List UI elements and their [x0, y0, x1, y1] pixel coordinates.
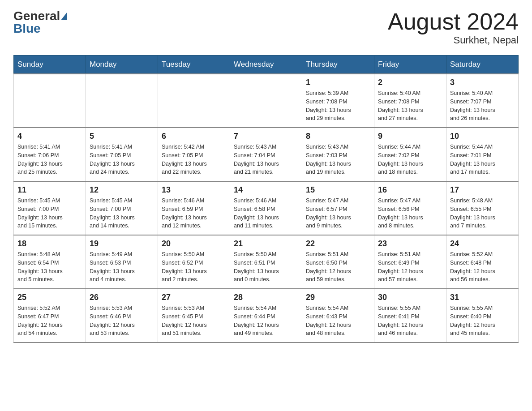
day-number: 9	[378, 132, 442, 141]
calendar-header-row: SundayMondayTuesdayWednesdayThursdayFrid…	[14, 56, 519, 74]
calendar-cell: 27Sunrise: 5:53 AM Sunset: 6:45 PM Dayli…	[158, 289, 230, 342]
day-number: 13	[162, 185, 226, 195]
calendar-week-row: 4Sunrise: 5:41 AM Sunset: 7:06 PM Daylig…	[14, 128, 519, 181]
day-info: Sunrise: 5:46 AM Sunset: 6:59 PM Dayligh…	[162, 197, 226, 230]
calendar-cell: 13Sunrise: 5:46 AM Sunset: 6:59 PM Dayli…	[158, 181, 230, 235]
day-info: Sunrise: 5:49 AM Sunset: 6:53 PM Dayligh…	[90, 250, 154, 284]
day-info: Sunrise: 5:55 AM Sunset: 6:40 PM Dayligh…	[450, 304, 515, 338]
calendar-cell: 22Sunrise: 5:51 AM Sunset: 6:50 PM Dayli…	[302, 235, 374, 289]
day-info: Sunrise: 5:54 AM Sunset: 6:44 PM Dayligh…	[234, 304, 298, 338]
day-info: Sunrise: 5:42 AM Sunset: 7:05 PM Dayligh…	[162, 143, 226, 176]
calendar-cell: 30Sunrise: 5:55 AM Sunset: 6:41 PM Dayli…	[374, 289, 446, 342]
day-info: Sunrise: 5:39 AM Sunset: 7:08 PM Dayligh…	[306, 89, 370, 123]
day-number: 10	[450, 132, 515, 141]
day-number: 6	[162, 132, 226, 141]
calendar-cell: 5Sunrise: 5:41 AM Sunset: 7:05 PM Daylig…	[86, 128, 158, 181]
calendar-week-row: 1Sunrise: 5:39 AM Sunset: 7:08 PM Daylig…	[14, 74, 519, 128]
day-number: 20	[162, 239, 226, 248]
day-number: 25	[17, 293, 82, 302]
calendar-cell: 2Sunrise: 5:40 AM Sunset: 7:08 PM Daylig…	[374, 74, 446, 128]
calendar-cell: 20Sunrise: 5:50 AM Sunset: 6:52 PM Dayli…	[158, 235, 230, 289]
day-number: 4	[17, 132, 82, 141]
day-number: 21	[234, 239, 298, 248]
calendar-cell: 17Sunrise: 5:48 AM Sunset: 6:55 PM Dayli…	[446, 181, 519, 235]
day-number: 8	[306, 132, 370, 141]
calendar-week-row: 18Sunrise: 5:48 AM Sunset: 6:54 PM Dayli…	[14, 235, 519, 289]
day-info: Sunrise: 5:53 AM Sunset: 6:46 PM Dayligh…	[90, 304, 154, 338]
day-number: 26	[90, 293, 154, 302]
day-number: 7	[234, 132, 298, 141]
calendar-cell	[230, 74, 302, 128]
day-info: Sunrise: 5:41 AM Sunset: 7:05 PM Dayligh…	[90, 143, 154, 176]
calendar-table: SundayMondayTuesdayWednesdayThursdayFrid…	[13, 55, 519, 343]
calendar-cell: 3Sunrise: 5:40 AM Sunset: 7:07 PM Daylig…	[446, 74, 519, 128]
calendar-cell: 23Sunrise: 5:51 AM Sunset: 6:49 PM Dayli…	[374, 235, 446, 289]
day-number: 11	[17, 185, 82, 195]
day-number: 23	[378, 239, 442, 248]
calendar-cell: 21Sunrise: 5:50 AM Sunset: 6:51 PM Dayli…	[230, 235, 302, 289]
calendar-cell: 1Sunrise: 5:39 AM Sunset: 7:08 PM Daylig…	[302, 74, 374, 128]
day-info: Sunrise: 5:46 AM Sunset: 6:58 PM Dayligh…	[234, 197, 298, 230]
day-number: 31	[450, 293, 515, 302]
day-number: 19	[90, 239, 154, 248]
day-info: Sunrise: 5:47 AM Sunset: 6:57 PM Dayligh…	[306, 197, 370, 230]
column-header-thursday: Thursday	[302, 56, 374, 74]
day-number: 17	[450, 185, 515, 195]
day-info: Sunrise: 5:52 AM Sunset: 6:48 PM Dayligh…	[450, 250, 515, 284]
day-info: Sunrise: 5:50 AM Sunset: 6:51 PM Dayligh…	[234, 250, 298, 284]
day-info: Sunrise: 5:40 AM Sunset: 7:07 PM Dayligh…	[450, 89, 515, 123]
location-subtitle: Surkhet, Nepal	[388, 34, 519, 46]
logo: General Blue	[13, 9, 67, 36]
calendar-cell: 29Sunrise: 5:54 AM Sunset: 6:43 PM Dayli…	[302, 289, 374, 342]
calendar-cell: 18Sunrise: 5:48 AM Sunset: 6:54 PM Dayli…	[14, 235, 86, 289]
calendar-cell: 26Sunrise: 5:53 AM Sunset: 6:46 PM Dayli…	[86, 289, 158, 342]
calendar-cell	[86, 74, 158, 128]
calendar-cell	[158, 74, 230, 128]
day-number: 16	[378, 185, 442, 195]
day-number: 15	[306, 185, 370, 195]
calendar-cell: 6Sunrise: 5:42 AM Sunset: 7:05 PM Daylig…	[158, 128, 230, 181]
day-info: Sunrise: 5:53 AM Sunset: 6:45 PM Dayligh…	[162, 304, 226, 338]
calendar-cell: 25Sunrise: 5:52 AM Sunset: 6:47 PM Dayli…	[14, 289, 86, 342]
day-info: Sunrise: 5:45 AM Sunset: 7:00 PM Dayligh…	[90, 197, 154, 230]
day-info: Sunrise: 5:48 AM Sunset: 6:55 PM Dayligh…	[450, 197, 515, 230]
calendar-cell: 12Sunrise: 5:45 AM Sunset: 7:00 PM Dayli…	[86, 181, 158, 235]
day-number: 12	[90, 185, 154, 195]
day-info: Sunrise: 5:51 AM Sunset: 6:50 PM Dayligh…	[306, 250, 370, 284]
month-year-title: August 2024	[388, 9, 519, 34]
day-info: Sunrise: 5:45 AM Sunset: 7:00 PM Dayligh…	[17, 197, 82, 230]
calendar-cell: 31Sunrise: 5:55 AM Sunset: 6:40 PM Dayli…	[446, 289, 519, 342]
calendar-cell	[14, 74, 86, 128]
day-info: Sunrise: 5:50 AM Sunset: 6:52 PM Dayligh…	[162, 250, 226, 284]
day-info: Sunrise: 5:54 AM Sunset: 6:43 PM Dayligh…	[306, 304, 370, 338]
day-info: Sunrise: 5:52 AM Sunset: 6:47 PM Dayligh…	[17, 304, 82, 338]
day-number: 2	[378, 78, 442, 87]
day-number: 18	[17, 239, 82, 248]
column-header-friday: Friday	[374, 56, 446, 74]
calendar-cell: 9Sunrise: 5:44 AM Sunset: 7:02 PM Daylig…	[374, 128, 446, 181]
day-info: Sunrise: 5:48 AM Sunset: 6:54 PM Dayligh…	[17, 250, 82, 284]
logo-triangle-icon	[61, 12, 67, 20]
title-block: August 2024 Surkhet, Nepal	[388, 9, 519, 46]
day-number: 3	[450, 78, 515, 87]
column-header-wednesday: Wednesday	[230, 56, 302, 74]
column-header-tuesday: Tuesday	[158, 56, 230, 74]
day-number: 30	[378, 293, 442, 302]
day-number: 5	[90, 132, 154, 141]
calendar-cell: 8Sunrise: 5:43 AM Sunset: 7:03 PM Daylig…	[302, 128, 374, 181]
day-number: 29	[306, 293, 370, 302]
calendar-cell: 14Sunrise: 5:46 AM Sunset: 6:58 PM Dayli…	[230, 181, 302, 235]
day-info: Sunrise: 5:43 AM Sunset: 7:04 PM Dayligh…	[234, 143, 298, 176]
day-info: Sunrise: 5:41 AM Sunset: 7:06 PM Dayligh…	[17, 143, 82, 176]
calendar-week-row: 25Sunrise: 5:52 AM Sunset: 6:47 PM Dayli…	[14, 289, 519, 342]
day-number: 27	[162, 293, 226, 302]
day-number: 1	[306, 78, 370, 87]
calendar-cell: 10Sunrise: 5:44 AM Sunset: 7:01 PM Dayli…	[446, 128, 519, 181]
day-info: Sunrise: 5:44 AM Sunset: 7:01 PM Dayligh…	[450, 143, 515, 176]
calendar-cell: 19Sunrise: 5:49 AM Sunset: 6:53 PM Dayli…	[86, 235, 158, 289]
day-info: Sunrise: 5:51 AM Sunset: 6:49 PM Dayligh…	[378, 250, 442, 284]
calendar-week-row: 11Sunrise: 5:45 AM Sunset: 7:00 PM Dayli…	[14, 181, 519, 235]
page-header: General Blue August 2024 Surkhet, Nepal	[13, 9, 519, 46]
column-header-monday: Monday	[86, 56, 158, 74]
calendar-cell: 4Sunrise: 5:41 AM Sunset: 7:06 PM Daylig…	[14, 128, 86, 181]
